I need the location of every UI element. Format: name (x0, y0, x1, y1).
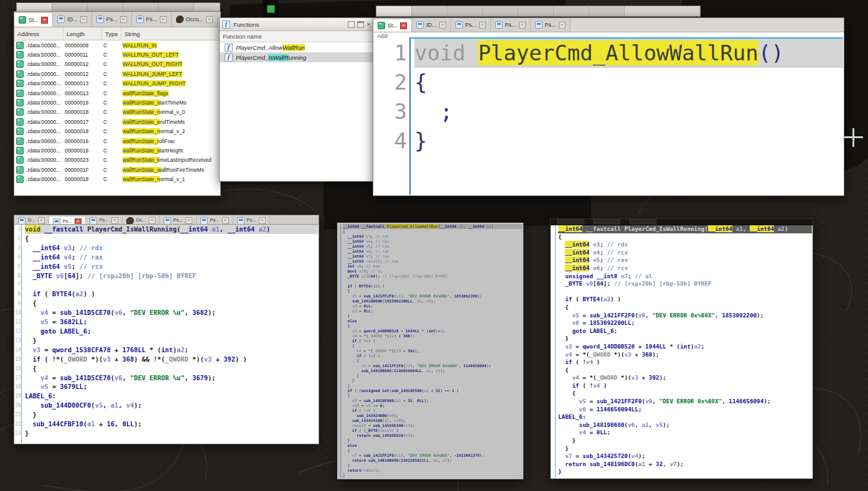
code-line[interactable]: v5 = sub_1421FF2F0(v9, "DEV ERROR 0x%08X… (558, 398, 812, 406)
code-line[interactable] (25, 280, 318, 289)
tab-close-icon[interactable]: × (519, 22, 526, 29)
table-row[interactable]: .rdata:00000...00000018CwallRunState_nor… (14, 127, 220, 136)
code-line[interactable]: sub_144D00CF0(v5, a1, v4); (25, 401, 318, 410)
code-line[interactable]: goto LABEL_6; (25, 327, 318, 336)
code-line[interactable]: } (558, 437, 812, 445)
code-line[interactable]: { (343, 289, 523, 294)
code-line[interactable]: if ( BYTE4(a2) ) (343, 284, 523, 289)
code-line[interactable]: } (343, 373, 523, 378)
code-line[interactable]: } (558, 445, 812, 453)
code-line[interactable]: __int64 __fastcall PlayerCmd_AllowWallRu… (343, 224, 523, 229)
code-line[interactable]: if ( !v9 ) (343, 408, 523, 413)
table-row[interactable]: .rdata:00000...00000011CWALLRUN_OUT_LEFT (14, 50, 220, 59)
code-line[interactable]: LABEL_6: (558, 413, 812, 421)
code-line[interactable]: if ( !v4 ) (558, 382, 812, 390)
code-line[interactable]: { (25, 234, 318, 243)
table-row[interactable]: .rdata:00000...00000012CWALLRUN_OUT_RIGH… (14, 60, 220, 69)
code-line[interactable]: if ( !v4 ) (558, 358, 812, 367)
code-line[interactable]: v9 = sub_14819EA00(a1 + 32, 0LL); (343, 398, 523, 403)
pseudocode-pane-allowwallrun-zoom[interactable]: void PlayerCmd_AllowWallRun(){ ;} (409, 37, 843, 195)
tab-ps[interactable]: Ps...× (451, 18, 491, 32)
tab-occu[interactable]: Occu...× (172, 12, 218, 27)
code-line[interactable]: sub_14819B680(1146656094LL, a1, v5); (343, 368, 523, 373)
code-line[interactable]: _BYTE v9[64]; // [rsp+20h] [rbp-58h] BYR… (558, 280, 812, 288)
table-row[interactable]: .rdata:00000...00000023CwallRunState_tim… (14, 156, 220, 165)
code-line[interactable]: v4 = sub_141D5CE70(v6, "DEV ERROR %u", 3… (25, 373, 318, 383)
table-row[interactable]: .rdata:00000...00000017CwallRunState_end… (14, 117, 220, 126)
column-header-string[interactable]: String (121, 27, 220, 40)
code-line[interactable]: { (558, 367, 812, 375)
code-line[interactable]: v4 = sub_141D5CE70(v6, "DEV ERROR %u", 3… (25, 308, 318, 317)
code-line[interactable]: int v9; // eax (343, 264, 523, 269)
code-line[interactable]: v3 = qword_1538CFA78 + 1768LL * (int)a2; (25, 345, 318, 355)
clipped-tab[interactable]: Ps...× (49, 215, 86, 225)
tab-st[interactable]: St...× (373, 18, 412, 32)
code-line[interactable]: } (25, 429, 318, 438)
tab-close-icon[interactable]: × (439, 22, 446, 29)
clipped-tab[interactable]: Ps...× (160, 215, 197, 225)
code-line[interactable]: sub_144CFBF10(a1 + 16, 0LL); (25, 419, 318, 429)
code-line[interactable]: { (343, 344, 523, 348)
code-line[interactable]: sub_1434240B0(v4); (343, 413, 523, 418)
tab-close-icon[interactable]: × (38, 217, 45, 224)
tab-close-icon[interactable]: × (400, 22, 407, 29)
code-line[interactable]: v10 = v9 != 0; (343, 403, 523, 408)
pseudocode-pane-iswallrunning-decomp[interactable]: __int64 __fastcall PlayerCmd_IsWallRunni… (555, 225, 812, 478)
code-line[interactable]: __int64 v4; // rbx (343, 239, 523, 244)
column-header-length[interactable]: Length (63, 27, 102, 40)
code-line[interactable]: } (343, 383, 523, 388)
code-line[interactable]: sub_14819B680(1853092200LL, a1, v5); (343, 299, 523, 304)
code-line[interactable]: v4 = *(_QWORD *)(v3 + 368); (343, 334, 523, 339)
code-line[interactable]: { (25, 299, 318, 308)
code-line[interactable]: __int64 v3; // rdi (343, 234, 523, 239)
maximize-icon[interactable] (357, 21, 364, 28)
code-line[interactable]: if ( !v4 ) (343, 353, 523, 358)
code-line[interactable]: return sub_14819B680(2381285921LL, a1, v… (343, 458, 523, 463)
code-line[interactable]: __int64 v7; // rax (343, 254, 523, 259)
code-line[interactable]: if ( !v4 ) (343, 339, 523, 344)
tab-close-icon[interactable]: × (222, 217, 229, 224)
pseudocode-pane-iswallrunning[interactable]: void __fastcall PlayerCmd_IsWallRunning(… (21, 225, 318, 443)
code-line[interactable]: { (343, 324, 523, 329)
code-line[interactable]: if ( (_BYTE)result ) (343, 428, 523, 433)
code-line[interactable]: v3 = qword_14DD0B528 + 1944LL * (int)a2; (343, 329, 523, 334)
code-line[interactable]: ; (414, 97, 843, 126)
code-line[interactable]: sub_143424180(a1, v10); (343, 418, 523, 423)
code-line[interactable]: v3 = 0LL; (343, 309, 523, 314)
code-line[interactable]: sub_14819B680(v6, a1, v5); (558, 421, 812, 429)
table-row[interactable]: .rdata:00000...00000013CwallRunState_fla… (14, 88, 220, 98)
table-row[interactable]: .rdata:00000...0000001FCwallRunState_wal… (14, 165, 220, 174)
code-line[interactable]: return result; (343, 468, 523, 473)
code-line[interactable]: unsigned __int8 v7; // al (558, 273, 812, 281)
tab-st[interactable]: St...× (14, 12, 53, 27)
code-line[interactable]: if ( BYTE4(a2) ) (25, 289, 318, 299)
table-row[interactable]: .rdata:00000...00000019CwallRunState_sta… (14, 146, 220, 155)
tab-close-icon[interactable]: × (206, 16, 213, 23)
code-line[interactable]: } (414, 126, 843, 156)
tab-close-icon[interactable]: × (41, 17, 48, 24)
table-row[interactable]: .rdata:00000...00000019CwallRunState_sta… (14, 98, 220, 107)
code-line[interactable]: __int64 v6; // rax (343, 249, 523, 254)
code-line[interactable]: return sub_14595E020(v3); (343, 433, 523, 438)
restore-icon[interactable] (348, 21, 355, 28)
tab-close-icon[interactable]: × (259, 217, 266, 224)
code-line[interactable]: { (343, 448, 523, 453)
clipped-tab[interactable]: D...× (14, 215, 49, 225)
code-line[interactable]: v5 = sub_1421FF2F0(v9, "DEV ERROR 0x%08X… (558, 312, 812, 320)
tab-id[interactable]: ID...× (53, 12, 92, 27)
table-row[interactable]: .rdata:00000...00000016CwallRunState_rol… (14, 136, 220, 146)
table-row[interactable]: .rdata:00000...00000018CwallRunState_nor… (14, 108, 220, 117)
column-header-address[interactable]: Address (14, 27, 63, 40)
tab-close-icon[interactable]: × (80, 16, 87, 23)
list-item-function[interactable]: fPlayerCmd_IsWallRunning (220, 52, 373, 62)
code-line[interactable]: } (343, 438, 523, 443)
code-line[interactable]: __int64 v5; // rax (558, 256, 812, 264)
close-icon[interactable]: × (366, 22, 370, 27)
clipped-tab[interactable]: Ps...× (233, 215, 270, 225)
table-row[interactable]: .rdata:00000...00000013CWALLRUN_JUMP_RIG… (14, 79, 220, 88)
code-line[interactable]: goto LABEL_6; (558, 327, 812, 335)
code-line[interactable]: v6 = 1146656094LL; (558, 406, 812, 414)
code-line[interactable]: { (414, 68, 843, 97)
code-line[interactable]: } (25, 410, 318, 419)
code-line[interactable]: v5 = sub_1421FF2F0(v11, "DEV ERROR 0x%08… (343, 363, 523, 368)
